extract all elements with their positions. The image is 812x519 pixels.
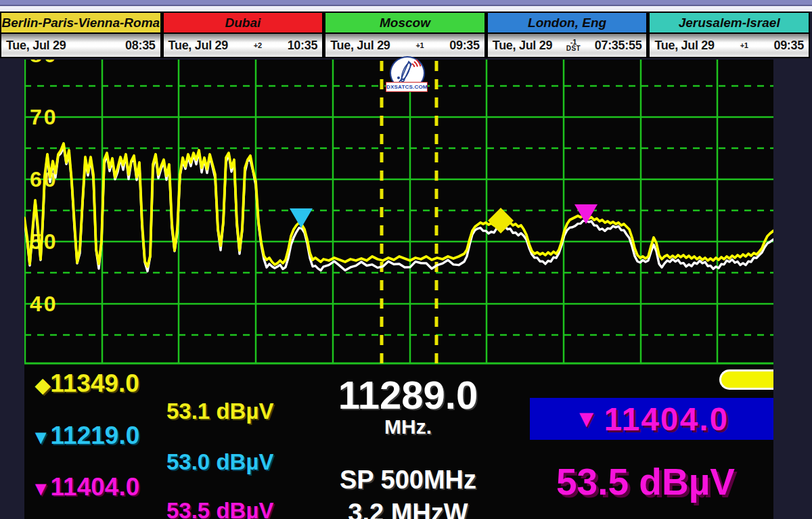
spectrum-display: 8070605040 ◆11349.0 53.1 dBµV ▼11219.0 5…: [24, 60, 773, 519]
dxsatcs-logo-text: DXSATCS.COM: [386, 82, 428, 92]
marker-readout-cyan: ▼11219.0: [31, 423, 139, 448]
clock-time: 09:35: [449, 39, 480, 53]
active-marker-level: 53.5 dBµV: [556, 460, 735, 503]
clock-panel-moscow: Moscow Tue, Jul 29 +1 09:35: [325, 13, 484, 57]
clock-panel-jerusalem: Jerusalem-Israel Tue, Jul 29 +1 09:35: [650, 13, 809, 57]
world-clock-bar: Berlin-Paris-Vienna-Roma Tue, Jul 29 08:…: [0, 12, 810, 58]
live-trace-yellow: [24, 143, 773, 267]
spectrum-plot: 8070605040: [24, 60, 773, 367]
clock-panel-berlin: Berlin-Paris-Vienna-Roma Tue, Jul 29 08:…: [1, 13, 160, 57]
marker-level-yellow: 53.1 dBµV: [166, 400, 273, 422]
y-axis-label: 80: [30, 60, 58, 67]
clock-date-time: Tue, Jul 29 -1DST 07:35:55: [488, 34, 647, 57]
active-marker-frequency: 11404.0: [604, 401, 729, 438]
clock-city-label: Dubai: [164, 13, 323, 34]
bandwidth-setting: 3.2 MHzW: [296, 499, 520, 519]
trace-marker-triangle-cyan: [290, 208, 313, 228]
triangle-marker-icon: ▼: [31, 478, 51, 499]
triangle-marker-icon: ▼: [574, 405, 599, 433]
clock-utc-offset: -1DST: [566, 39, 581, 52]
clock-panel-dubai: Dubai Tue, Jul 29 +2 10:35: [164, 13, 323, 57]
clock-time: 07:35:55: [595, 39, 642, 53]
active-marker-box: ▼ 11404.0: [530, 398, 773, 440]
marker-freq: 11219.0: [51, 422, 140, 449]
center-frequency-block: 11289.0 MHz. SP 500MHz 3.2 MHzW: [296, 376, 520, 519]
clock-panel-london: London, Eng Tue, Jul 29 -1DST 07:35:55: [488, 13, 647, 57]
y-axis-label: 50: [30, 229, 58, 254]
marker-level-magenta: 53.5 dBµV: [166, 499, 273, 519]
clock-city-label: Jerusalem-Israel: [650, 13, 809, 34]
y-axis-label: 70: [30, 105, 58, 129]
yellow-indicator-pill: [719, 369, 773, 390]
clock-date-time: Tue, Jul 29 +1 09:35: [325, 34, 484, 57]
clock-utc-offset: +1: [740, 42, 748, 49]
marker-readout-magenta: ▼11404.0: [31, 474, 139, 499]
marker-readout-yellow: ◆11349.0: [35, 371, 139, 396]
center-frequency-value: 11289.0: [296, 376, 520, 414]
window-top-bar-light: [0, 6, 812, 12]
clock-date: Tue, Jul 29: [6, 39, 66, 53]
center-frequency-unit: MHz.: [296, 415, 520, 438]
reference-trace-white: [24, 147, 773, 271]
clock-utc-offset: +2: [254, 42, 262, 49]
clock-city-label: Berlin-Paris-Vienna-Roma: [1, 13, 160, 34]
dxsatcs-logo: DXSATCS.COM: [386, 56, 428, 95]
y-axis-label: 40: [30, 292, 58, 316]
clock-time: 08:35: [125, 39, 156, 53]
clock-date-time: Tue, Jul 29 +2 10:35: [164, 34, 323, 57]
clock-date: Tue, Jul 29: [168, 39, 228, 53]
marker-freq: 11404.0: [51, 473, 140, 501]
clock-date-time: Tue, Jul 29 08:35: [1, 34, 160, 57]
triangle-marker-icon: ▼: [31, 426, 51, 448]
diamond-marker-icon: ◆: [35, 374, 50, 396]
window-top-bar: [0, 0, 812, 5]
analyzer-screen: { "clocks": [ {"city":"Berlin-Paris-Vien…: [0, 0, 812, 519]
clock-time: 09:35: [773, 39, 804, 53]
marker-freq: 11349.0: [50, 369, 139, 397]
span-setting: SP 500MHz: [296, 466, 520, 495]
clock-date: Tue, Jul 29: [493, 39, 552, 53]
clock-city-label: London, Eng: [488, 13, 647, 34]
clock-city-label: Moscow: [325, 13, 484, 34]
clock-utc-offset: +1: [415, 42, 424, 49]
clock-date-time: Tue, Jul 29 +1 09:35: [650, 34, 809, 57]
marker-level-cyan: 53.0 dBµV: [166, 451, 273, 473]
clock-date: Tue, Jul 29: [330, 39, 390, 53]
clock-date: Tue, Jul 29: [654, 39, 714, 53]
clock-time: 10:35: [288, 39, 318, 53]
